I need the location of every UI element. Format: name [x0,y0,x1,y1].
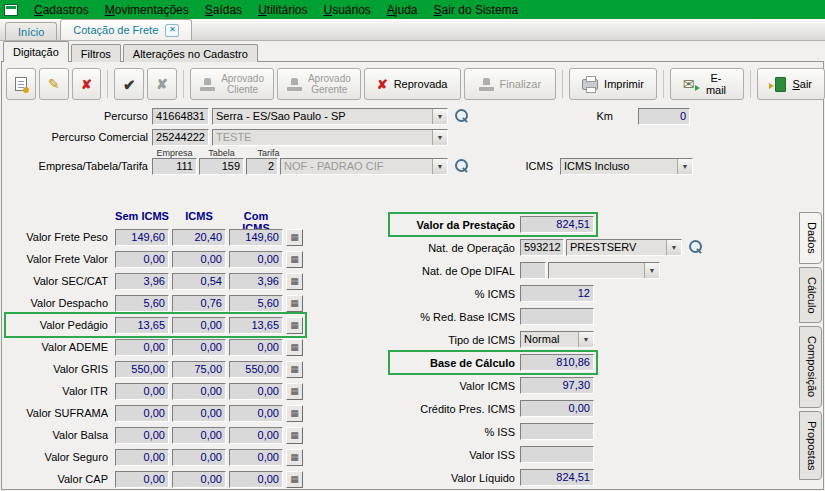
nat-ope-difal-code-field[interactable] [520,262,546,279]
cell-com-icms[interactable]: 0,00 [229,251,283,268]
credito-pres-icms-field[interactable]: 0,00 [520,400,594,417]
valor-icms-field[interactable]: 97,30 [520,377,594,394]
imprimir-button[interactable]: Imprimir [569,68,657,100]
side-tab-dados[interactable]: Dados [799,212,822,264]
chevron-down-icon[interactable]: ▼ [666,240,681,255]
cell-icms[interactable]: 0,00 [172,449,226,466]
cell-sem-icms[interactable]: 3,96 [115,273,169,290]
menu-item-cadastros[interactable]: Cadastros [26,2,97,18]
cell-icms[interactable]: 0,00 [172,339,226,356]
cell-com-icms[interactable]: 0,00 [229,427,283,444]
side-tab-propostas[interactable]: Propostas [799,411,822,481]
tarifa-field[interactable]: 2 [246,158,278,175]
cell-sem-icms[interactable]: 0,00 [115,471,169,488]
side-tab-composicao[interactable]: Composição [799,326,822,407]
calculator-button[interactable]: ▦ [286,449,303,466]
chevron-down-icon[interactable]: ▼ [644,263,659,278]
calculator-button[interactable]: ▦ [286,361,303,378]
cell-sem-icms[interactable]: 5,60 [115,295,169,312]
cell-icms[interactable]: 0,00 [172,471,226,488]
km-field[interactable]: 0 [638,108,690,125]
menu-item-sair-do-sistema[interactable]: Sair do Sistema [426,2,527,18]
cell-com-icms[interactable]: 0,00 [229,339,283,356]
perc-red-base-icms-field[interactable] [520,308,594,325]
chevron-down-icon[interactable]: ▼ [432,159,447,174]
tabela-field[interactable]: 159 [199,158,244,175]
cell-sem-icms[interactable]: 0,00 [115,339,169,356]
cell-com-icms[interactable]: 149,60 [229,229,283,246]
cell-sem-icms[interactable]: 0,00 [115,251,169,268]
calculator-button[interactable]: ▦ [286,427,303,444]
cell-icms[interactable]: 0,00 [172,317,226,334]
menu-item-saidas[interactable]: Saídas [197,2,250,18]
email-button[interactable]: ✉ E-mail [670,68,745,100]
cell-com-icms[interactable]: 3,96 [229,273,283,290]
calculator-button[interactable]: ▦ [286,317,303,334]
calculator-button[interactable]: ▦ [286,405,303,422]
side-tab-calculo[interactable]: Cálculo [799,267,822,324]
perc-icms-field[interactable]: 12 [520,285,594,302]
cell-icms[interactable]: 0,00 [172,405,226,422]
perc-iss-field[interactable] [520,423,594,440]
tipo-icms-combo[interactable]: Normal ▼ [520,331,594,348]
cell-com-icms[interactable]: 550,00 [229,361,283,378]
menu-item-movimentacoes[interactable]: Movimentações [97,2,197,18]
cell-com-icms[interactable]: 0,00 [229,383,283,400]
percurso-combo[interactable]: Serra - ES/Sao Paulo - SP ▼ [212,108,448,125]
delete-button[interactable]: ✘ [72,68,102,100]
tarifa-combo[interactable]: NOF - PADRAO CIF ▼ [280,158,448,175]
cancel-button[interactable]: ✘ [147,68,177,100]
sair-button[interactable]: Sair [757,68,825,100]
calculator-button[interactable]: ▦ [286,295,303,312]
reprovada-button[interactable]: ✘ Reprovada [364,68,461,100]
search-icon[interactable] [688,240,703,255]
cell-icms[interactable]: 20,40 [172,229,226,246]
chevron-down-icon[interactable]: ▼ [677,159,692,174]
subtab-digitacao[interactable]: Digitação [3,41,69,62]
valor-iss-field[interactable] [520,446,594,463]
search-icon[interactable] [454,109,469,124]
tab-cotacao-de-frete[interactable]: Cotação de Frete ✕ [60,19,192,40]
edit-button[interactable]: ✎ [39,68,69,100]
cell-icms[interactable]: 0,00 [172,427,226,444]
cell-com-icms[interactable]: 0,00 [229,405,283,422]
base-calculo-field[interactable]: 810,86 [520,354,594,371]
cell-sem-icms[interactable]: 13,65 [115,317,169,334]
cell-icms[interactable]: 0,00 [172,383,226,400]
chevron-down-icon[interactable]: ▼ [432,130,447,145]
confirm-button[interactable]: ✔ [114,68,144,100]
menu-item-usuarios[interactable]: Usuários [315,2,378,18]
chevron-down-icon[interactable]: ▼ [432,109,447,124]
menu-item-ajuda[interactable]: Ajuda [379,2,426,18]
cell-icms[interactable]: 75,00 [172,361,226,378]
finalizar-button[interactable]: Finalizar [464,68,557,100]
cell-com-icms[interactable]: 5,60 [229,295,283,312]
close-tab-button[interactable]: ✕ [165,24,179,37]
cell-sem-icms[interactable]: 0,00 [115,405,169,422]
subtab-filtros[interactable]: Filtros [71,44,121,62]
aprovado-cliente-button[interactable]: Aprovado Cliente [190,68,274,100]
cell-com-icms[interactable]: 0,00 [229,471,283,488]
cell-sem-icms[interactable]: 149,60 [115,229,169,246]
cell-com-icms[interactable]: 13,65 [229,317,283,334]
percurso-comercial-combo[interactable]: TESTE ▼ [212,129,448,146]
cell-icms[interactable]: 0,54 [172,273,226,290]
empresa-field[interactable]: 111 [152,158,197,175]
tab-inicio[interactable]: Início [5,22,57,40]
cell-com-icms[interactable]: 0,00 [229,449,283,466]
calculator-button[interactable]: ▦ [286,471,303,488]
calculator-button[interactable]: ▦ [286,251,303,268]
percurso-code-field[interactable]: 41664831 [152,108,209,125]
search-icon[interactable] [454,159,469,174]
calculator-button[interactable]: ▦ [286,339,303,356]
nat-operacao-combo[interactable]: PRESTSERV ▼ [566,239,682,256]
cell-sem-icms[interactable]: 550,00 [115,361,169,378]
cell-icms[interactable]: 0,00 [172,251,226,268]
icms-combo[interactable]: ICMS Incluso ▼ [560,158,693,175]
cell-sem-icms[interactable]: 0,00 [115,427,169,444]
valor-prestacao-field[interactable]: 824,51 [520,216,594,233]
chevron-down-icon[interactable]: ▼ [578,332,593,347]
cell-sem-icms[interactable]: 0,00 [115,383,169,400]
calculator-button[interactable]: ▦ [286,229,303,246]
subtab-alteracoes-no-cadastro[interactable]: Alterações no Cadastro [123,44,258,62]
